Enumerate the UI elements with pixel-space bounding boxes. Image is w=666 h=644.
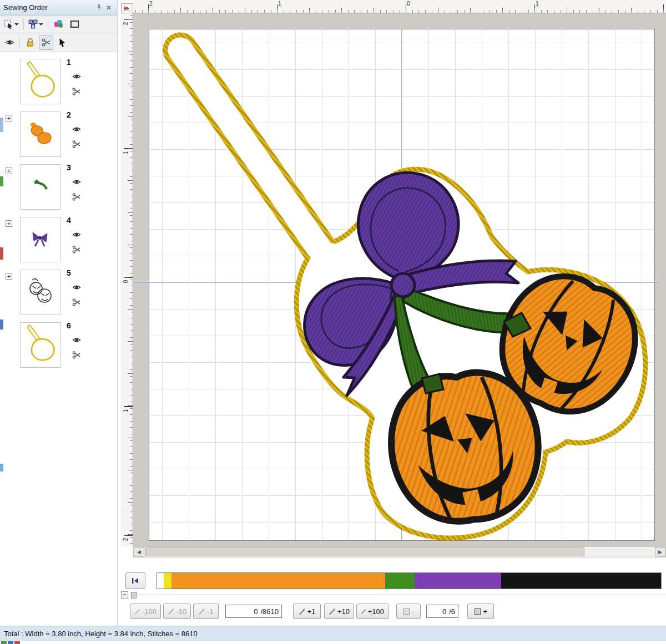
sewing-item-4[interactable]: + 4 <box>20 214 114 266</box>
scrollbar-thumb[interactable] <box>145 547 584 556</box>
stitch-forward-10-button[interactable]: +10 <box>324 604 354 619</box>
slider-collapse-button[interactable]: − <box>121 591 128 599</box>
group-mode-button[interactable] <box>27 17 45 32</box>
scroll-right-button[interactable]: ▶ <box>655 547 665 557</box>
group-tool-icon <box>28 19 38 29</box>
trim-toggle[interactable] <box>71 139 82 149</box>
item-3-thumbnail[interactable] <box>20 164 61 210</box>
scrollbar-track[interactable] <box>144 547 655 557</box>
stitch-back-100-button[interactable]: -100 <box>130 604 161 619</box>
trim-toggle[interactable] <box>71 87 82 97</box>
selection-tool-icon <box>4 19 13 29</box>
thumbnail-bow-art <box>21 217 60 262</box>
lock-button[interactable] <box>23 36 37 50</box>
current-block-value: 0 <box>430 607 449 616</box>
trim-toggle[interactable] <box>71 245 82 255</box>
ruler-label: 2 <box>123 20 129 28</box>
visibility-toggle[interactable] <box>71 335 82 345</box>
item-2-thumbnail[interactable] <box>20 111 61 157</box>
item-number: 4 <box>64 216 71 225</box>
color-segment-black[interactable] <box>501 573 661 589</box>
color-sequence-bar[interactable] <box>157 572 662 589</box>
item-4-thumbnail[interactable] <box>20 217 61 262</box>
visibility-toggle[interactable] <box>71 177 82 187</box>
thumbnail-outline-art <box>21 323 60 367</box>
embroidery-design[interactable] <box>149 29 655 541</box>
dropdown-caret <box>39 23 43 26</box>
stitch-position-field[interactable]: 0 /8610 <box>225 605 282 618</box>
screen-artifact <box>1 641 7 644</box>
trim-toggle[interactable] <box>71 297 82 307</box>
sewing-item-6[interactable]: 6 <box>20 319 114 372</box>
color-segment-white[interactable] <box>157 573 164 589</box>
total-stitches-label: /8610 <box>260 607 279 616</box>
expand-toggle[interactable]: + <box>6 273 12 280</box>
item-number: 3 <box>64 163 71 172</box>
stitch-forward-100-button[interactable]: +100 <box>356 604 389 619</box>
visibility-toggle[interactable] <box>71 282 82 292</box>
expand-toggle[interactable]: + <box>6 115 12 121</box>
ruler-label: 0 <box>123 278 129 286</box>
stitch-slider-track[interactable] <box>130 595 666 596</box>
item-1-thumbnail[interactable] <box>20 59 61 104</box>
pointer-button[interactable] <box>55 36 69 50</box>
stitch-back-1-button[interactable]: -1 <box>193 604 219 619</box>
color-blocks-button[interactable] <box>51 17 65 32</box>
ruler-label: 2 <box>149 1 153 7</box>
visibility-all-button[interactable] <box>2 36 17 50</box>
sewing-item-2[interactable]: + 2 <box>20 108 114 161</box>
needle-icon <box>361 608 366 615</box>
color-segment-orange[interactable] <box>171 573 385 589</box>
sewing-item-3[interactable]: + 3 <box>20 161 114 214</box>
button-label: +100 <box>368 607 384 616</box>
pin-icon[interactable] <box>94 3 104 13</box>
item-5-thumbnail[interactable] <box>20 270 61 315</box>
button-label: - <box>412 607 414 616</box>
screen-artifact <box>0 118 3 132</box>
bow-knot[interactable] <box>391 273 415 297</box>
screen-artifact <box>0 176 3 186</box>
ruler-label: 1 <box>123 149 129 157</box>
select-mode-button[interactable] <box>2 17 21 32</box>
ruler-label: 2 <box>123 536 129 544</box>
scroll-left-button[interactable]: ◀ <box>134 547 144 557</box>
sewing-item-5[interactable]: + 5 <box>20 266 114 319</box>
close-icon[interactable]: ✕ <box>104 3 114 13</box>
block-forward-button[interactable]: + <box>467 604 494 619</box>
color-segment-yellow[interactable] <box>164 573 171 589</box>
ruler-label: 1 <box>278 1 281 7</box>
color-segment-purple[interactable] <box>415 573 501 589</box>
status-total-text: Total : Width = 3.80 inch, Height = 3.84… <box>4 630 198 638</box>
needle-icon <box>329 608 336 615</box>
thumbnail-pumpkins-art <box>21 112 60 156</box>
item-6-thumbnail[interactable] <box>20 322 61 368</box>
visibility-toggle[interactable] <box>71 230 82 240</box>
button-label: -100 <box>142 607 157 616</box>
expand-toggle[interactable]: + <box>6 220 12 227</box>
stitch-slider-handle[interactable] <box>131 592 137 599</box>
trim-all-button[interactable] <box>39 36 53 50</box>
screen-artifact <box>8 641 13 644</box>
stitch-back-10-button[interactable]: -10 <box>163 604 191 619</box>
expand-toggle[interactable]: + <box>6 168 12 174</box>
visibility-toggle[interactable] <box>71 124 82 134</box>
block-position-field[interactable]: 0 /6 <box>426 605 458 618</box>
screen-artifact <box>14 641 20 644</box>
sewing-item-1[interactable]: 1 <box>20 55 114 108</box>
color-segment-green[interactable] <box>385 573 415 589</box>
ruler-ticks <box>133 0 666 13</box>
horizontal-scrollbar[interactable]: ◀ ▶ <box>133 546 666 557</box>
block-back-button[interactable]: - <box>396 604 421 619</box>
trim-toggle[interactable] <box>71 350 82 360</box>
trim-toggle[interactable] <box>71 192 82 202</box>
ruler-label: 1 <box>123 407 129 415</box>
screen-artifact <box>0 464 3 471</box>
frame-select-button[interactable] <box>67 17 82 32</box>
design-canvas[interactable] <box>133 13 666 546</box>
skip-to-start-button[interactable] <box>125 572 145 589</box>
stitch-forward-1-button[interactable]: +1 <box>293 604 321 619</box>
sewing-order-panel: Sewing Order ✕ <box>0 0 118 626</box>
item-number: 5 <box>64 268 71 277</box>
outline-handle[interactable] <box>165 35 336 266</box>
visibility-toggle[interactable] <box>71 72 82 82</box>
